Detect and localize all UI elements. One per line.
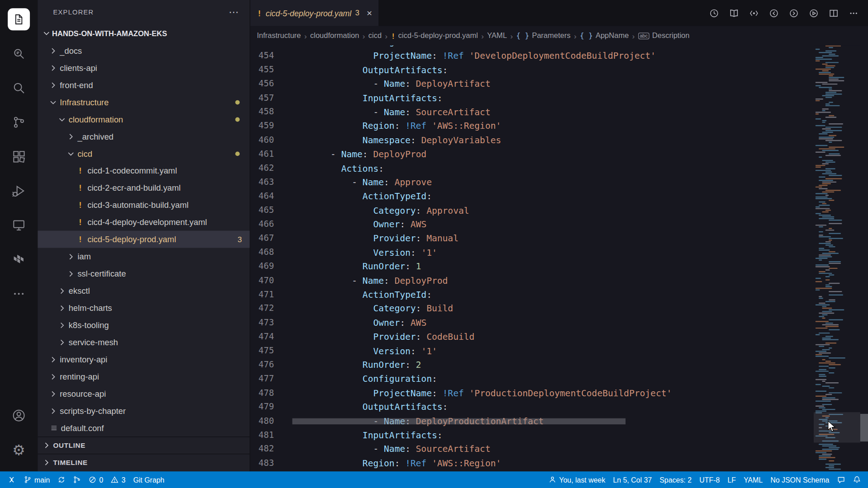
tree-item-_docs[interactable]: _docs (38, 42, 250, 59)
git-graph-item[interactable]: Git Graph (129, 471, 168, 488)
feedback-item[interactable] (833, 471, 849, 488)
tree-item-resource-api[interactable]: resource-api (38, 385, 250, 402)
code-line-483[interactable]: 483 Region: !Ref 'AWS::Region' (250, 456, 859, 470)
code-editor[interactable]: 453 Configuration:454 ProjectName: !Ref … (250, 45, 859, 471)
indentation[interactable]: Spaces: 2 (656, 471, 695, 488)
code-line-463[interactable]: 463 - Name: Approve (250, 175, 859, 189)
notifications-item[interactable] (849, 471, 864, 488)
json-schema[interactable]: No JSON Schema (767, 471, 833, 488)
code-line-473[interactable]: 473 Owner: AWS (250, 316, 859, 330)
encoding[interactable]: UTF-8 (695, 471, 723, 488)
sync-item[interactable] (54, 471, 69, 488)
breadcrumb-AppName[interactable]: { }AppName (580, 32, 628, 40)
cursor-position[interactable]: Ln 5, Col 37 (609, 471, 656, 488)
tree-item-helm-charts[interactable]: helm-charts (38, 299, 250, 316)
language-mode[interactable]: YAML (740, 471, 766, 488)
code-line-479[interactable]: 479 OutputArtifacts: (250, 400, 859, 414)
code-line-466[interactable]: 466 Owner: AWS (250, 217, 859, 231)
code-line-471[interactable]: 471 ActionTypeId: (250, 288, 859, 302)
settings-icon[interactable]: ⚙ (6, 437, 31, 462)
tab-close-icon[interactable]: × (367, 8, 372, 18)
code-line-470[interactable]: 470 - Name: DeployProd (250, 274, 859, 288)
horizontal-scrollbar-thumb[interactable] (292, 418, 626, 424)
history-icon[interactable] (708, 8, 719, 19)
code-line-459[interactable]: 459 Region: !Ref 'AWS::Region' (250, 119, 859, 133)
code-line-458[interactable]: 458 - Name: SourceArtifact (250, 105, 859, 119)
tree-item-default.conf[interactable]: default.conf (38, 419, 250, 436)
tree-item-service-mesh[interactable]: service-mesh (38, 333, 250, 351)
code-line-457[interactable]: 457 InputArtifacts: (250, 91, 859, 105)
code-line-453[interactable]: 453 Configuration: (250, 45, 859, 49)
code-line-467[interactable]: 467 Provider: Manual (250, 231, 859, 245)
tree-item-cicd-3-automatic-build.yaml[interactable]: !cicd-3-automatic-build.yaml (38, 197, 250, 214)
code-line-477[interactable]: 477 Configuration: (250, 372, 859, 386)
code-line-464[interactable]: 464 ActionTypeId: (250, 189, 859, 203)
run-icon[interactable] (808, 8, 819, 19)
code-line-456[interactable]: 456 - Name: DeployArtifact (250, 77, 859, 91)
more-actions-icon[interactable] (848, 8, 859, 19)
code-line-482[interactable]: 482 - Name: SourceArtifact (250, 442, 859, 456)
tab-cicd-5-deploy-prod[interactable]: ! cicd-5-deploy-prod.yaml 3 × (250, 0, 379, 26)
previous-change-icon[interactable] (769, 8, 779, 19)
tree-item-cloudformation[interactable]: cloudformation (38, 111, 250, 128)
breadcrumb-cloudformation[interactable]: cloudformation (310, 32, 359, 40)
tree-item-scripts-by-chapter[interactable]: scripts-by-chapter (38, 402, 250, 419)
terraform-icon[interactable] (6, 247, 31, 272)
find-icon[interactable] (6, 41, 31, 66)
remote-indicator[interactable] (3, 471, 20, 488)
breadcrumb-Parameters[interactable]: { }Parameters (516, 32, 571, 40)
breadcrumb-YAML[interactable]: YAML (487, 32, 507, 40)
vertical-scrollbar-thumb[interactable] (860, 414, 868, 441)
tree-item-clients-api[interactable]: clients-api (38, 59, 250, 76)
tree-item-cicd-1-codecommit.yaml[interactable]: !cicd-1-codecommit.yaml (38, 162, 250, 179)
search-icon[interactable] (6, 75, 31, 101)
code-line-469[interactable]: 469 RunOrder: 1 (250, 260, 859, 274)
code-line-461[interactable]: 461 - Name: DeployProd (250, 147, 859, 161)
blame-annotation[interactable]: You, last week (545, 471, 609, 488)
breadcrumb-Infrastructure[interactable]: Infrastructure (257, 32, 301, 40)
code-line-462[interactable]: 462 Actions: (250, 161, 859, 175)
workspace-root-folder[interactable]: HANDS-ON-WITH-AMAZON-EKS (38, 24, 250, 42)
accounts-icon[interactable] (6, 403, 31, 428)
code-line-472[interactable]: 472 Category: Build (250, 302, 859, 316)
next-change-icon[interactable] (788, 8, 799, 19)
code-line-481[interactable]: 481 InputArtifacts: (250, 428, 859, 442)
code-line-454[interactable]: 454 ProjectName: !Ref 'DevelopDeployment… (250, 49, 859, 63)
branch-item[interactable]: main (20, 471, 54, 488)
extensions-icon[interactable] (6, 144, 31, 169)
split-editor-icon[interactable] (828, 8, 839, 19)
problems-warnings[interactable]: 3 (107, 471, 129, 488)
minimap[interactable] (814, 45, 860, 471)
tree-item-inventory-api[interactable]: inventory-api (38, 351, 250, 368)
tree-item-_archived[interactable]: _archived (38, 128, 250, 145)
git-graph-view-item[interactable] (69, 471, 85, 488)
explorer-more-actions-icon[interactable]: ⋯ (229, 6, 240, 18)
preview-icon[interactable] (728, 8, 739, 19)
compare-changes-icon[interactable] (749, 8, 760, 19)
tree-item-cicd-5-deploy-prod.yaml[interactable]: !cicd-5-deploy-prod.yaml3 (38, 231, 250, 248)
code-line-465[interactable]: 465 Category: Approval (250, 203, 859, 217)
breadcrumb-cicd[interactable]: cicd (368, 32, 382, 40)
problems-errors[interactable]: 0 (85, 471, 107, 488)
source-control-icon[interactable] (6, 109, 31, 135)
code-line-478[interactable]: 478 ProjectName: !Ref 'ProductionDeploym… (250, 386, 859, 400)
code-line-468[interactable]: 468 Version: '1' (250, 246, 859, 260)
timeline-section-header[interactable]: TIMELINE (38, 454, 250, 471)
tree-item-iam[interactable]: iam (38, 248, 250, 265)
tree-item-front-end[interactable]: front-end (38, 76, 250, 94)
breadcrumb-Description[interactable]: abcDescription (638, 32, 689, 40)
code-line-455[interactable]: 455 OutputArtifacts: (250, 63, 859, 77)
tree-item-ssl-certificate[interactable]: ssl-certificate (38, 265, 250, 282)
tree-item-cicd-4-deploy-development.yaml[interactable]: !cicd-4-deploy-development.yaml (38, 214, 250, 231)
code-line-475[interactable]: 475 Version: '1' (250, 344, 859, 358)
tree-item-cicd-2-ecr-and-build.yaml[interactable]: !cicd-2-ecr-and-build.yaml (38, 179, 250, 197)
remote-explorer-icon[interactable] (6, 212, 31, 238)
tree-item-cicd[interactable]: cicd (38, 145, 250, 162)
tree-item-Infrastructure[interactable]: Infrastructure (38, 94, 250, 111)
code-line-476[interactable]: 476 RunOrder: 2 (250, 358, 859, 372)
breadcrumb-cicd-5-deploy-prod.yaml[interactable]: !cicd-5-deploy-prod.yaml (391, 31, 478, 40)
code-line-460[interactable]: 460 Namespace: DeployVariables (250, 133, 859, 147)
run-debug-icon[interactable] (6, 178, 31, 203)
tree-item-eksctl[interactable]: eksctl (38, 282, 250, 299)
tree-item-k8s-tooling[interactable]: k8s-tooling (38, 316, 250, 333)
